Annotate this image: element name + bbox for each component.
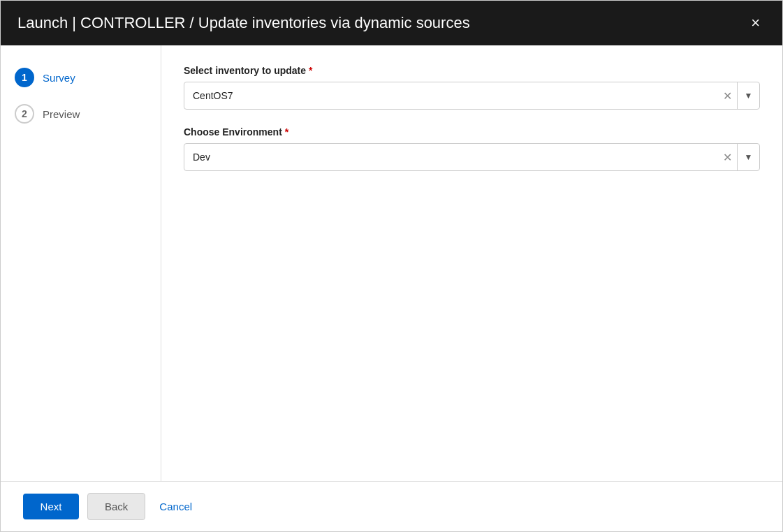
inventory-dropdown-arrow[interactable]: ▼: [737, 82, 759, 109]
environment-clear-icon[interactable]: ✕: [717, 147, 737, 167]
environment-dropdown-arrow[interactable]: ▼: [737, 144, 759, 170]
inventory-field-label: Select inventory to update *: [184, 65, 760, 76]
environment-field-group: Choose Environment * Dev ✕ ▼: [184, 126, 760, 171]
environment-select[interactable]: Dev ✕ ▼: [184, 143, 760, 171]
inventory-field-group: Select inventory to update * CentOS7 ✕ ▼: [184, 65, 760, 110]
sidebar-item-preview[interactable]: 2 Preview: [12, 98, 149, 129]
sidebar: 1 Survey 2 Preview: [1, 45, 161, 481]
main-content: Select inventory to update * CentOS7 ✕ ▼…: [161, 45, 782, 481]
inventory-select-value: CentOS7: [184, 82, 717, 110]
modal-title: Launch | CONTROLLER / Update inventories…: [17, 14, 470, 32]
back-button[interactable]: Back: [87, 493, 145, 520]
step-number-2: 2: [15, 104, 34, 124]
sidebar-item-label-preview: Preview: [43, 108, 80, 120]
launch-modal: Launch | CONTROLLER / Update inventories…: [0, 0, 783, 532]
environment-field-label: Choose Environment *: [184, 126, 760, 138]
modal-body: 1 Survey 2 Preview Select inventory to u…: [1, 45, 782, 481]
close-button[interactable]: ×: [745, 13, 766, 34]
sidebar-item-survey[interactable]: 1 Survey: [12, 62, 149, 93]
next-button[interactable]: Next: [23, 494, 79, 519]
form-section: Select inventory to update * CentOS7 ✕ ▼…: [184, 65, 760, 481]
cancel-button[interactable]: Cancel: [154, 494, 198, 519]
modal-footer: Next Back Cancel: [1, 481, 782, 531]
step-number-1: 1: [15, 68, 34, 87]
inventory-select[interactable]: CentOS7 ✕ ▼: [184, 82, 760, 110]
environment-select-value: Dev: [184, 143, 717, 171]
sidebar-item-label-survey: Survey: [43, 72, 75, 84]
environment-required-star: *: [285, 126, 288, 138]
inventory-clear-icon[interactable]: ✕: [717, 86, 737, 105]
modal-header: Launch | CONTROLLER / Update inventories…: [1, 1, 782, 45]
inventory-required-star: *: [309, 65, 312, 76]
